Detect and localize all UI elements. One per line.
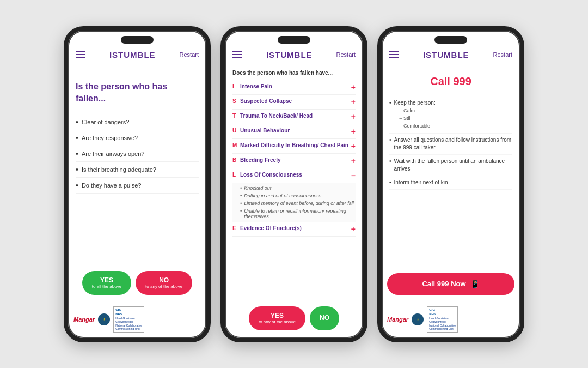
call-999-button[interactable]: Call 999 Now 📱 [387,273,514,295]
instruction-2: Answer all questions and follow instruct… [389,134,512,155]
app-title-3: ISTUMBLE [423,50,469,59]
phone1-question: Is the person who has fallen... [76,81,199,105]
list-item: Is their breathing adequate? [76,162,199,178]
restart-button-1[interactable]: Restart [180,51,199,58]
symptom-intense-pain[interactable]: I Intense Pain + [232,80,356,95]
yes-button-1[interactable]: YES to all the above [82,271,131,295]
menu-icon-3[interactable] [389,51,399,58]
app-title-1: ISTUMBLE [109,50,156,59]
symptom-unusual-behaviour[interactable]: U Unusual Behaviour + [232,124,356,139]
menu-icon[interactable] [76,51,85,58]
badge-logo-3: ⚜ [412,313,424,325]
app-title-2: ISTUMBLE [266,50,313,59]
phone1-checklist: Clear of dangers? Are they responsive? A… [76,114,199,260]
symptom-loss-consciousness[interactable]: L Loss Of Consciousness − Knocked out Dr… [232,168,356,222]
list-item: Are their airways open? [76,146,199,162]
yes-button-2[interactable]: YES to any of the above [249,306,305,330]
symptom-suspected-collapse[interactable]: S Suspected Collapse + [232,95,356,110]
list-item: Clear of dangers? [76,114,199,130]
phone1-content: Is the person who has fallen... Clear of… [68,63,206,267]
phone1-header: ISTUMBLE Restart [68,46,206,63]
phone2-content: Does the person who has fallen have... I… [225,63,363,302]
phone-3: ISTUMBLE Restart Call 999 Keep the perso… [377,26,524,342]
symptom-list: I Intense Pain + S Suspected Collapse + … [232,80,356,295]
phone1-logos: Mangar ⚜ GIGNHS Uned GomisiwnCydweithred… [68,303,206,338]
restart-button-2[interactable]: Restart [336,51,356,58]
restart-button-3[interactable]: Restart [493,51,512,58]
phone-icon: 📱 [470,280,480,288]
no-button-1[interactable]: NO to any of the above [136,271,192,295]
phone3-logos: Mangar ⚜ GIGNHS Uned GomisiwnCydweithred… [382,303,520,338]
call-999-title: Call 999 [389,75,512,88]
sub-item: Drifting in and out of consciousness [240,192,356,200]
phone2-footer: YES to any of the above NO [225,302,363,338]
list-item: Do they have a pulse? [76,178,199,194]
phone3-header: ISTUMBLE Restart [382,46,520,63]
phone2-header: ISTUMBLE Restart [225,46,363,63]
menu-icon-2[interactable] [232,51,242,58]
instruction-4: Inform their next of kin [389,176,512,190]
symptom-breathing[interactable]: M Marked Difficulty In Breathing/ Chest … [232,139,356,154]
call-instructions: Keep the person: – Calm – Still – Comfor… [389,96,512,262]
nhs-logo: GIGNHS Uned GomisiwnCydweithredolNationa… [113,306,144,333]
symptom-bleeding[interactable]: B Bleeding Freely + [232,154,356,168]
sub-item: Limited memory of event before, during o… [240,200,356,207]
sub-item: Unable to retain or recall information/ … [240,207,356,220]
symptom-trauma[interactable]: T Trauma To Neck/Back/ Head + [232,110,356,124]
phone2-subtitle: Does the person who has fallen have... [232,70,356,76]
main-scene: ISTUMBLE Restart Is the person who has f… [0,0,588,368]
symptom-fracture[interactable]: E Evidence Of Fracture(s) + [232,222,356,237]
badge-logo: ⚜ [98,313,110,325]
instruction-3: Wait with the fallen person until an amb… [389,155,512,176]
instruction-1: Keep the person: – Calm – Still – Comfor… [389,96,512,134]
phone-2: ISTUMBLE Restart Does the person who has… [220,26,367,342]
mangar-logo-3: Mangar [387,316,408,323]
phone3-content: Call 999 Keep the person: – Calm – Still… [382,63,520,269]
nhs-logo-3: GIGNHS Uned GomisiwnCydweithredolNationa… [427,306,458,333]
loss-consciousness-subitems: Knocked out Drifting in and out of consc… [232,183,356,222]
phone-1: ISTUMBLE Restart Is the person who has f… [64,26,211,342]
no-button-2[interactable]: NO [310,306,339,330]
mangar-logo: Mangar [74,316,95,323]
sub-item: Knocked out [240,184,356,192]
phone3-footer: Call 999 Now 📱 [382,269,520,303]
list-item: Are they responsive? [76,130,199,146]
phone1-footer: YES to all the above NO to any of the ab… [68,267,206,303]
